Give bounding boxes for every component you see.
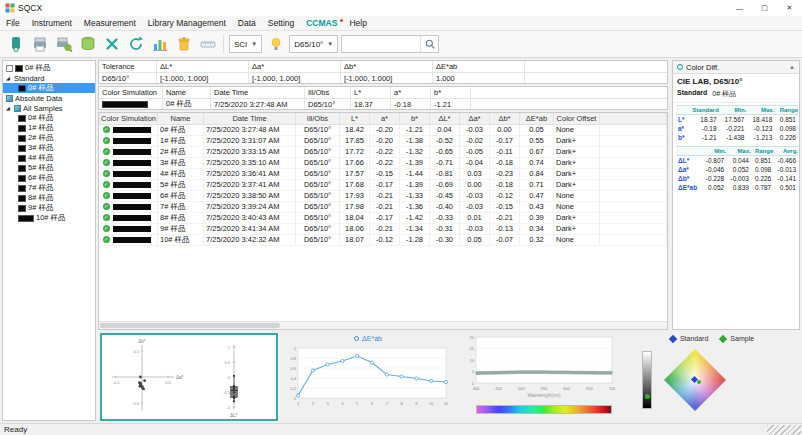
- search-icon[interactable]: [420, 36, 438, 52]
- tree-item-sample[interactable]: 0# 样品: [3, 83, 95, 93]
- menu-item-file[interactable]: File: [0, 18, 26, 28]
- column-header[interactable]: Color Offset: [554, 113, 600, 124]
- print-icon[interactable]: [29, 34, 50, 55]
- chart-icon[interactable]: [149, 34, 170, 55]
- menu-item-library-management[interactable]: Library Management: [142, 18, 232, 28]
- minimize-button[interactable]: —: [727, 0, 752, 16]
- sample-row[interactable]: ✓5# 样品7/25/2020 3:37:41 AMD65/10°17.68-0…: [100, 179, 667, 190]
- tree-group-all-samples[interactable]: ◢All Samples: [3, 103, 95, 113]
- sci-dropdown[interactable]: SCI ▼: [229, 35, 262, 53]
- tree-item-sample[interactable]: 7# 样品: [3, 183, 95, 193]
- cell-datetime: 7/25/2020 3:27:48 AM: [204, 124, 296, 135]
- ruler-icon[interactable]: [197, 34, 218, 55]
- tree-item-root-standard[interactable]: 0# 样品: [3, 63, 95, 73]
- print-preview-icon[interactable]: [53, 34, 74, 55]
- tree-item-sample[interactable]: 1# 样品: [3, 123, 95, 133]
- svg-text:0.2: 0.2: [290, 386, 296, 391]
- maximize-button[interactable]: ▢: [752, 0, 777, 16]
- tree-item-sample[interactable]: 10# 样品: [3, 213, 95, 223]
- close-button[interactable]: ✕: [777, 0, 802, 16]
- sample-row[interactable]: ✓2# 样品7/25/2020 3:33:15 AMD65/10°17.72-0…: [100, 146, 667, 157]
- sample-row[interactable]: ✓4# 样品7/25/2020 3:36:41 AMD65/10°17.57-0…: [100, 168, 667, 179]
- svg-text:700: 700: [609, 386, 616, 391]
- tree-item-sample[interactable]: 9# 样品: [3, 203, 95, 213]
- refresh-icon[interactable]: [125, 34, 146, 55]
- menu-bar: FileInstrumentMeasurementLibrary Managem…: [0, 16, 802, 31]
- measure-icon[interactable]: [5, 34, 26, 55]
- sample-row[interactable]: ✓3# 样品7/25/2020 3:35:10 AMD65/10°17.66-0…: [100, 157, 667, 168]
- cell-a: -0.21: [370, 201, 400, 212]
- sample-row[interactable]: ✓1# 样品7/25/2020 3:31:07 AMD65/10°17.85-0…: [100, 135, 667, 146]
- tree-item-sample[interactable]: 8# 样品: [3, 193, 95, 203]
- cd-column-header: Avrg.: [773, 147, 798, 156]
- tree-item-sample[interactable]: 5# 样品: [3, 163, 95, 173]
- cd-column-header: Range: [751, 147, 773, 156]
- database-icon[interactable]: [77, 34, 98, 55]
- cell-b: -1.38: [400, 135, 430, 146]
- expand-arrow-icon[interactable]: ◢: [6, 73, 12, 83]
- cell-filler: [600, 234, 667, 245]
- status-bar: Ready: [0, 423, 802, 435]
- column-header[interactable]: Δa*: [460, 113, 490, 124]
- scrollbar-thumb[interactable]: [100, 323, 280, 328]
- expand-arrow-icon[interactable]: ◢: [6, 103, 12, 113]
- simulation-wrap: ✓: [102, 148, 156, 155]
- tree-item-sample[interactable]: 3# 样品: [3, 143, 95, 153]
- menu-item-setting[interactable]: Setting: [262, 18, 300, 28]
- resize-grip-icon[interactable]: [767, 425, 801, 435]
- delta-ab-scatter-chart: 0.50.5-0.5-0.5Δa*Δb*10.50-0.5-1ΔL*: [102, 335, 276, 419]
- tree-item-sample[interactable]: 4# 样品: [3, 153, 95, 163]
- column-header[interactable]: Name: [158, 113, 204, 124]
- menu-item-instrument[interactable]: Instrument: [26, 18, 78, 28]
- pass-check-icon: ✓: [103, 203, 110, 210]
- standard-column-header: b*: [431, 87, 471, 98]
- simulation-wrap: ✓: [102, 159, 156, 166]
- cd-value: -0.228: [701, 174, 726, 183]
- cd-row-label: b*: [676, 133, 688, 142]
- menu-item-measurement[interactable]: Measurement: [78, 18, 142, 28]
- tree-item-sample[interactable]: 2# 样品: [3, 133, 95, 143]
- search-input[interactable]: [342, 37, 420, 52]
- light-source-icon[interactable]: [265, 34, 286, 55]
- tree-item-sample[interactable]: 6# 样品: [3, 173, 95, 183]
- column-header[interactable]: L*: [340, 113, 370, 124]
- cell-offset: Dark+: [554, 135, 600, 146]
- illuminant-observer-dropdown[interactable]: D65/10° ▼: [289, 35, 338, 53]
- sample-row[interactable]: ✓8# 样品7/25/2020 3:40:43 AMD65/10°18.04-0…: [100, 212, 667, 223]
- tree-group-absolute-data[interactable]: Absolute Data: [3, 93, 95, 103]
- pass-check-icon: ✓: [103, 225, 110, 232]
- column-header[interactable]: ΔL*: [430, 113, 460, 124]
- cell-dE: 0.47: [520, 190, 554, 201]
- cell-name: 8# 样品: [158, 212, 204, 223]
- tree-item-sample[interactable]: 0# 样品: [3, 113, 95, 123]
- column-header[interactable]: Color Simulation: [100, 113, 158, 124]
- cell-filler: [600, 157, 667, 168]
- sample-row[interactable]: ✓9# 样品7/25/2020 3:41:34 AMD65/10°18.06-0…: [100, 223, 667, 234]
- column-header[interactable]: ΔE*ab: [520, 113, 554, 124]
- column-header[interactable]: Δb*: [490, 113, 520, 124]
- column-header[interactable]: Date Time: [204, 113, 296, 124]
- sample-row[interactable]: ✓0# 样品7/25/2020 3:27:48 AMD65/10°18.42-0…: [100, 124, 667, 135]
- cell-a: -0.17: [370, 212, 400, 223]
- column-header[interactable]: a*: [370, 113, 400, 124]
- menu-item-ccmas[interactable]: CCMAS: [300, 18, 343, 28]
- column-header[interactable]: Ill/Obs: [296, 113, 340, 124]
- sample-row[interactable]: ✓7# 样品7/25/2020 3:39:24 AMD65/10°17.98-0…: [100, 201, 667, 212]
- cd-value: -0.807: [701, 156, 726, 166]
- svg-text:550: 550: [541, 386, 548, 391]
- standard-column-header: a*: [391, 87, 431, 98]
- sample-row[interactable]: ✓6# 样品7/25/2020 3:38:50 AMD65/10°17.93-0…: [100, 190, 667, 201]
- checkbox-icon[interactable]: [6, 65, 13, 72]
- tree-group-standard[interactable]: ◢Standard: [3, 73, 95, 83]
- table-horizontal-scrollbar[interactable]: [99, 321, 667, 329]
- tolerance-panel: ToleranceΔL*Δa*Δb*ΔE*abD65/10°[-1.000, 1…: [98, 60, 668, 84]
- sample-row[interactable]: ✓10# 样品7/25/2020 3:42:32 AMD65/10°18.07-…: [100, 234, 667, 245]
- clear-icon[interactable]: [173, 34, 194, 55]
- delete-icon[interactable]: [101, 34, 122, 55]
- cell-name: 0# 样品: [158, 124, 204, 135]
- cd-column-header: [676, 147, 701, 156]
- menu-item-data[interactable]: Data: [232, 18, 262, 28]
- column-header[interactable]: b*: [400, 113, 430, 124]
- collapse-arrow-icon[interactable]: ▲: [789, 64, 795, 70]
- menu-item-help[interactable]: Help: [343, 18, 372, 28]
